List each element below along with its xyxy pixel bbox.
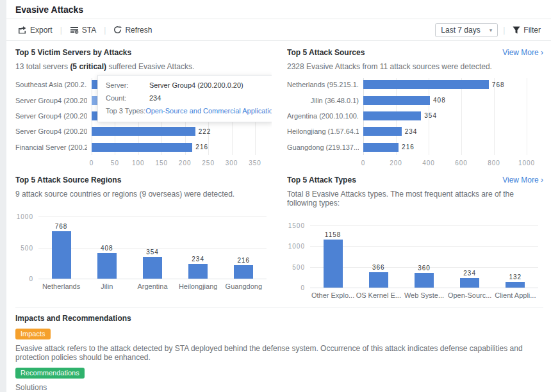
axis-tick-label: 350 (249, 159, 261, 167)
tooltip-server-value: Server Group4 (200.200.0.20) (149, 81, 243, 89)
tooltip-row-types: Top 3 Types: Open-Source and Commercial … (106, 107, 265, 115)
bar-value-label: 234 (463, 270, 476, 277)
tooltip-server-label: Server: (106, 81, 149, 89)
category-label: Server Group4 (200.20... (15, 127, 87, 135)
axis-tick-label: 1000 (288, 243, 305, 250)
category-label: Other Explo... (310, 291, 356, 299)
category-label: Guangdong (219.137.... (287, 143, 359, 151)
axis-tick-label: 1500 (288, 222, 305, 229)
bar[interactable] (369, 272, 388, 288)
tooltip-count-value: 234 (149, 94, 161, 102)
category-label: Jilin (84, 282, 129, 290)
view-more-link[interactable]: View More › (502, 176, 543, 184)
category-axis: Southeast Asia (200.2...Server Group4 (2… (15, 77, 87, 167)
toolbar: Export | STA | Refresh Last 7 days ▾ (6, 19, 551, 41)
time-range-select[interactable]: Last 7 days ▾ (435, 23, 498, 37)
filter-icon (513, 26, 520, 34)
bar-row: 222 (92, 127, 255, 136)
plot-area: 05001000768408354234216 (38, 216, 267, 279)
bar-value-label: 366 (372, 264, 385, 271)
caret-down-icon: ▾ (489, 27, 493, 33)
bar-column: 216 (221, 216, 267, 279)
attack-sources-chart: Netherlands (95.215.1...Jilin (36.48.0.1… (287, 77, 543, 167)
chart-tooltip: Server: Server Group4 (200.200.0.20) Cou… (97, 75, 272, 122)
toolbar-divider: | (104, 26, 106, 35)
bar[interactable] (363, 111, 421, 120)
refresh-button[interactable]: Refresh (111, 24, 154, 37)
axis-tick-label: 300 (226, 159, 238, 167)
category-label: Guangdong (221, 282, 267, 290)
panel-title: Top 5 Attack Source Regions (15, 174, 121, 184)
bar[interactable] (363, 96, 430, 105)
bar-column: 1158 (310, 225, 356, 288)
bar[interactable] (415, 273, 434, 288)
bar-column: 408 (84, 216, 129, 279)
bar-column: 354 (129, 216, 175, 279)
bar[interactable] (324, 240, 343, 288)
bar-value-label: 360 (418, 265, 431, 272)
bar[interactable] (363, 143, 399, 152)
bar-value-label: 768 (55, 223, 68, 230)
bar-value-label: 1158 (325, 231, 341, 238)
sta-icon (70, 26, 79, 34)
category-label: Financial Server (200.2... (15, 143, 87, 151)
bar-row: 234 (363, 127, 527, 136)
bar[interactable] (363, 127, 402, 136)
tooltip-count-label: Count: (106, 94, 149, 102)
export-icon (18, 26, 27, 34)
sta-button[interactable]: STA (67, 24, 99, 37)
view-more-link[interactable]: View More › (502, 48, 543, 57)
axis-tick-label: 50 (111, 159, 119, 167)
bar[interactable] (506, 282, 525, 288)
bar-value-label: 408 (433, 97, 446, 104)
bar-column: 234 (447, 225, 493, 288)
category-axis: Other Explo...OS Kernel E...Web Syste...… (310, 291, 538, 299)
category-label: Server Group4 (200.20... (15, 112, 87, 120)
axis-tick-label: 600 (455, 159, 468, 167)
category-label: Client Appli... (493, 291, 538, 299)
toolbar-divider: | (503, 26, 505, 35)
bar-value-label: 408 (101, 245, 113, 252)
bar-value-label: 354 (146, 249, 159, 256)
category-label: Southeast Asia (200.2... (15, 81, 87, 88)
category-label: Netherlands (95.215.1... (287, 81, 359, 88)
category-label: Argentina (200.10.100.1) (287, 112, 359, 120)
toolbar-divider: | (60, 26, 62, 35)
bar[interactable] (92, 127, 195, 136)
filter-button[interactable]: Filter (510, 24, 543, 37)
gridline (527, 78, 527, 155)
tooltip-types-link[interactable]: Open-Source and Commercial Application E… (145, 107, 272, 115)
export-button[interactable]: Export (15, 24, 55, 37)
axis-tick-label: 0 (29, 275, 33, 282)
solutions-label: Solutions (15, 383, 543, 392)
bar[interactable] (188, 264, 208, 279)
category-label: Netherlands (38, 282, 84, 290)
panel-title: Top 5 Victim Servers by Attacks (15, 47, 131, 57)
x-axis: 050100150200250300350 (92, 158, 255, 167)
bar-row: 354 (363, 111, 527, 120)
recommendations-badge: Recommendations (15, 368, 85, 379)
plot-area: 76840835423421602004006008001000 (363, 77, 543, 167)
category-label: Heilongjiang (176, 282, 221, 290)
bar[interactable] (460, 278, 479, 288)
bar[interactable] (234, 265, 253, 279)
bar-row: 408 (363, 96, 527, 105)
panel-attack-types: Top 5 Attack Types View More › Total 8 E… (287, 174, 543, 299)
bar-column: 360 (401, 225, 447, 288)
panel-victim-servers: Top 5 Victim Servers by Attacks 13 total… (15, 47, 272, 167)
bar[interactable] (363, 80, 489, 89)
bar[interactable] (52, 231, 71, 279)
chevron-right-icon: › (541, 176, 543, 184)
bar[interactable] (92, 143, 192, 152)
bar-value-label: 768 (492, 81, 505, 88)
bar[interactable] (97, 253, 117, 279)
bar[interactable] (143, 257, 162, 279)
axis-tick-label: 250 (202, 159, 215, 167)
panel-source-regions: Top 5 Attack Source Regions 9 attack sou… (15, 174, 272, 299)
bar-value-label: 234 (192, 256, 204, 263)
charts-grid: Top 5 Victim Servers by Attacks 13 total… (6, 41, 551, 299)
bars: 768408354234216 (363, 77, 527, 155)
tooltip-types-label: Top 3 Types: (106, 107, 145, 115)
bar-row: 216 (363, 143, 527, 152)
export-label: Export (30, 26, 53, 35)
